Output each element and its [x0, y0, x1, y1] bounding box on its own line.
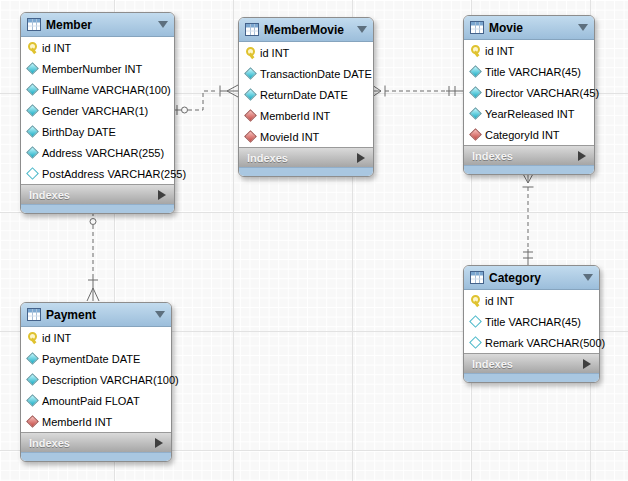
expand-arrow-icon — [158, 190, 166, 200]
indexes-bar[interactable]: Indexes — [239, 147, 373, 167]
column-icon — [26, 394, 39, 407]
column-list: id INT MemberNumber INT FullName VARCHAR… — [21, 37, 174, 184]
table-footer — [239, 167, 373, 176]
column-row[interactable]: FullName VARCHAR(100) — [21, 79, 174, 100]
column-icon — [469, 107, 482, 120]
table-icon — [470, 21, 484, 34]
column-row[interactable]: Remark VARCHAR(500) — [464, 332, 599, 353]
column-row[interactable]: MemberNumber INT — [21, 58, 174, 79]
column-label: Address VARCHAR(255) — [42, 147, 164, 159]
collapse-arrow-icon[interactable] — [583, 274, 593, 281]
column-row[interactable]: MemberId INT — [21, 411, 171, 432]
table-title: Movie — [489, 21, 523, 35]
indexes-bar[interactable]: Indexes — [21, 432, 171, 452]
table-member-header[interactable]: Member — [21, 13, 174, 37]
indexes-label: Indexes — [472, 150, 513, 162]
collapse-arrow-icon[interactable] — [578, 24, 588, 31]
column-row[interactable]: TransactionDate DATE — [239, 63, 373, 84]
column-label: Title VARCHAR(45) — [485, 316, 581, 328]
eer-diagram-canvas: Member id INT MemberNumber INT FullName … — [0, 0, 628, 481]
column-row[interactable]: id INT — [464, 40, 594, 61]
column-label: MemberId INT — [42, 416, 112, 428]
column-row[interactable]: Director VARCHAR(45) — [464, 82, 594, 103]
column-row[interactable]: ReturnDate DATE — [239, 84, 373, 105]
table-title: MemberMovie — [264, 23, 344, 37]
column-icon — [244, 88, 257, 101]
table-icon — [470, 271, 484, 284]
column-label: id INT — [485, 295, 514, 307]
collapse-arrow-icon[interactable] — [357, 26, 367, 33]
relationship-membermovie-movie[interactable] — [372, 85, 463, 97]
column-row[interactable]: id INT — [239, 42, 373, 63]
table-icon — [27, 18, 41, 31]
column-row[interactable]: Gender VARCHAR(1) — [21, 100, 174, 121]
fk-column-icon — [244, 109, 257, 122]
column-label: CategoryId INT — [485, 129, 560, 141]
indexes-label: Indexes — [472, 358, 513, 370]
column-label: MovieId INT — [260, 131, 319, 143]
column-icon — [26, 373, 39, 386]
column-label: Director VARCHAR(45) — [485, 87, 599, 99]
column-row[interactable]: MemberId INT — [239, 105, 373, 126]
column-row[interactable]: YearReleased INT — [464, 103, 594, 124]
table-membermovie-header[interactable]: MemberMovie — [239, 18, 373, 42]
table-footer — [21, 204, 174, 213]
table-payment-header[interactable]: Payment — [21, 303, 171, 327]
table-category[interactable]: Category id INT Title VARCHAR(45) Remark… — [463, 265, 600, 383]
column-row[interactable]: BirthDay DATE — [21, 121, 174, 142]
column-label: MemberNumber INT — [42, 63, 142, 75]
column-label: PaymentDate DATE — [42, 353, 140, 365]
table-movie[interactable]: Movie id INT Title VARCHAR(45) Director … — [463, 15, 595, 175]
column-label: PostAddress VARCHAR(255) — [42, 168, 186, 180]
table-icon — [27, 308, 41, 321]
table-membermovie[interactable]: MemberMovie id INT TransactionDate DATE … — [238, 17, 374, 177]
relationship-member-membermovie[interactable] — [173, 85, 238, 115]
table-payment[interactable]: Payment id INT PaymentDate DATE Descript… — [20, 302, 172, 462]
column-list: id INT TransactionDate DATE ReturnDate D… — [239, 42, 373, 147]
table-member[interactable]: Member id INT MemberNumber INT FullName … — [20, 12, 175, 214]
table-category-header[interactable]: Category — [464, 266, 599, 290]
indexes-label: Indexes — [29, 189, 70, 201]
indexes-label: Indexes — [247, 152, 288, 164]
table-footer — [464, 373, 599, 382]
column-label: ReturnDate DATE — [260, 89, 348, 101]
relationship-member-payment[interactable] — [87, 210, 99, 301]
column-icon — [26, 62, 39, 75]
column-row[interactable]: MovieId INT — [239, 126, 373, 147]
column-icon — [469, 336, 482, 349]
table-movie-header[interactable]: Movie — [464, 16, 594, 40]
table-footer — [464, 165, 594, 174]
relationship-movie-category[interactable] — [522, 172, 534, 265]
indexes-bar[interactable]: Indexes — [21, 184, 174, 204]
expand-arrow-icon — [583, 359, 591, 369]
indexes-bar[interactable]: Indexes — [464, 353, 599, 373]
column-row[interactable]: CategoryId INT — [464, 124, 594, 145]
column-label: Description VARCHAR(100) — [42, 374, 179, 386]
column-row[interactable]: Description VARCHAR(100) — [21, 369, 171, 390]
column-row[interactable]: Title VARCHAR(45) — [464, 311, 599, 332]
collapse-arrow-icon[interactable] — [158, 21, 168, 28]
column-row[interactable]: PostAddress VARCHAR(255) — [21, 163, 174, 184]
column-row[interactable]: id INT — [21, 37, 174, 58]
column-row[interactable]: id INT — [21, 327, 171, 348]
column-label: YearReleased INT — [485, 108, 574, 120]
column-row[interactable]: Address VARCHAR(255) — [21, 142, 174, 163]
column-row[interactable]: id INT — [464, 290, 599, 311]
column-icon — [26, 104, 39, 117]
indexes-bar[interactable]: Indexes — [464, 145, 594, 165]
column-row[interactable]: PaymentDate DATE — [21, 348, 171, 369]
column-row[interactable]: Title VARCHAR(45) — [464, 61, 594, 82]
expand-arrow-icon — [155, 438, 163, 448]
column-label: id INT — [42, 42, 71, 54]
fk-column-icon — [244, 130, 257, 143]
column-label: id INT — [485, 45, 514, 57]
column-label: id INT — [42, 332, 71, 344]
key-icon — [469, 44, 482, 57]
column-list: id INT Title VARCHAR(45) Remark VARCHAR(… — [464, 290, 599, 353]
table-title: Payment — [46, 308, 96, 322]
column-row[interactable]: AmountPaid FLOAT — [21, 390, 171, 411]
column-icon — [26, 146, 39, 159]
column-icon — [26, 167, 39, 180]
table-icon — [245, 23, 259, 36]
collapse-arrow-icon[interactable] — [155, 311, 165, 318]
